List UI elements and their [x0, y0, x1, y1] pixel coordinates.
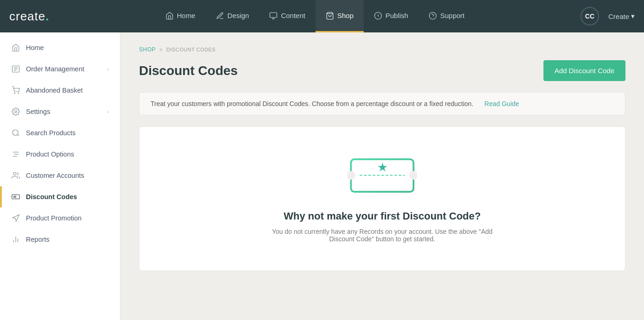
- home-sidebar-icon: [11, 43, 20, 52]
- order-icon: [11, 64, 20, 74]
- nav-item-publish[interactable]: Publish: [364, 0, 418, 32]
- promotion-icon: [11, 213, 20, 223]
- layout: Home Order Management › Abandoned Basket…: [0, 32, 644, 320]
- topnav-right: CC Create ▾: [581, 7, 635, 25]
- nav-item-support[interactable]: Support: [418, 0, 475, 32]
- create-menu[interactable]: Create ▾: [608, 12, 635, 20]
- info-bar: Treat your customers with promotional Di…: [139, 92, 625, 115]
- settings-icon: [11, 107, 20, 116]
- svg-point-12: [18, 93, 19, 94]
- sidebar-item-settings[interactable]: Settings ›: [0, 101, 120, 122]
- svg-point-11: [14, 93, 15, 94]
- breadcrumb-shop[interactable]: SHOP: [139, 46, 156, 53]
- search-icon: [11, 128, 20, 138]
- shop-icon: [326, 12, 334, 20]
- svg-point-27: [347, 171, 355, 180]
- sidebar-item-discount-codes[interactable]: Discount Codes: [0, 186, 120, 207]
- sidebar-item-reports[interactable]: Reports: [0, 229, 120, 250]
- sidebar-item-home[interactable]: Home: [0, 37, 120, 58]
- nav-links: Home Design Content: [155, 0, 475, 32]
- svg-rect-0: [270, 13, 277, 18]
- sidebar: Home Order Management › Abandoned Basket…: [0, 32, 120, 320]
- support-icon: [429, 12, 437, 20]
- main-content: SHOP > DISCOUNT CODES Discount Codes Add…: [120, 32, 644, 320]
- logo: create.: [9, 9, 50, 24]
- basket-icon: [11, 86, 20, 95]
- options-icon: [11, 150, 20, 159]
- chevron-right-icon-2: ›: [107, 109, 109, 114]
- sidebar-item-product-options[interactable]: Product Options: [0, 144, 120, 165]
- sidebar-item-order-management[interactable]: Order Management ›: [0, 58, 120, 80]
- svg-point-13: [15, 111, 17, 113]
- publish-icon: [374, 12, 382, 20]
- page-header: Discount Codes Add Discount Code: [139, 60, 625, 81]
- nav-item-home[interactable]: Home: [155, 0, 206, 32]
- svg-line-15: [17, 134, 19, 136]
- home-icon: [165, 12, 174, 20]
- read-guide-link[interactable]: Read Guide: [485, 100, 519, 107]
- nav-item-shop[interactable]: Shop: [316, 0, 364, 32]
- breadcrumb: SHOP > DISCOUNT CODES: [139, 46, 625, 53]
- nav-item-design[interactable]: Design: [206, 0, 259, 32]
- empty-state-description: You do not currently have any Records on…: [266, 228, 498, 243]
- add-discount-code-button[interactable]: Add Discount Code: [543, 60, 625, 81]
- nav-item-content[interactable]: Content: [259, 0, 316, 32]
- ticket-icon: ★: [347, 155, 417, 196]
- topnav: create. Home Design Co: [0, 0, 644, 32]
- avatar: CC: [581, 7, 599, 25]
- sidebar-item-abandoned-basket[interactable]: Abandoned Basket: [0, 80, 120, 101]
- sidebar-item-search-products[interactable]: Search Products: [0, 122, 120, 144]
- design-icon: [216, 12, 224, 20]
- reports-icon: [11, 235, 20, 244]
- page-title: Discount Codes: [139, 63, 238, 78]
- sidebar-item-customer-accounts[interactable]: Customer Accounts: [0, 165, 120, 186]
- svg-point-14: [13, 130, 18, 135]
- svg-text:★: ★: [377, 160, 388, 174]
- empty-state-card: ★ Why not make your first Discount Code?…: [139, 126, 625, 271]
- empty-state-heading: Why not make your first Discount Code?: [284, 210, 480, 222]
- chevron-right-icon: ›: [107, 66, 109, 72]
- accounts-icon: [11, 171, 20, 180]
- svg-point-28: [409, 171, 417, 180]
- sidebar-item-product-promotion[interactable]: Product Promotion: [0, 207, 120, 229]
- discount-icon: [11, 192, 20, 201]
- svg-point-5: [429, 12, 436, 19]
- svg-point-19: [13, 172, 16, 175]
- content-icon: [269, 12, 278, 20]
- svg-point-21: [14, 196, 15, 198]
